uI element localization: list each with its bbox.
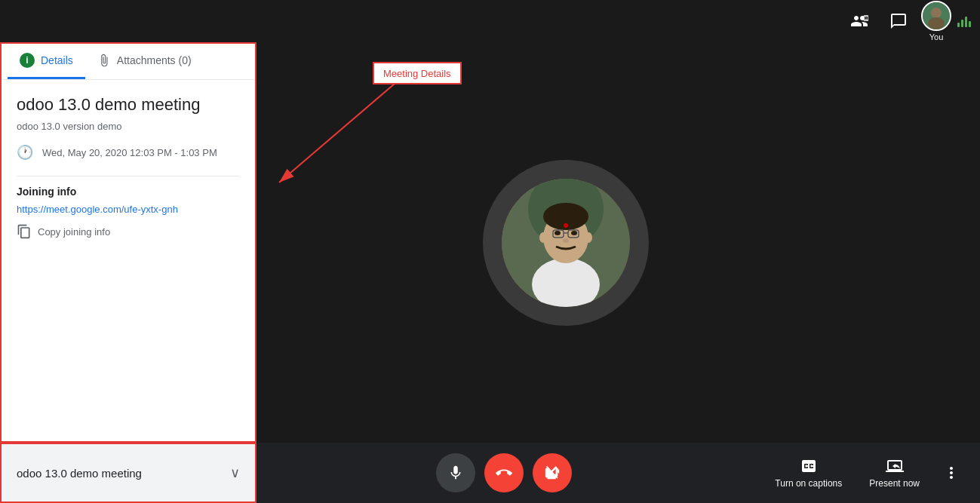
captions-icon <box>800 457 818 475</box>
joining-info-title: Joining info <box>17 186 240 198</box>
info-icon: i <box>20 53 35 68</box>
camera-button[interactable] <box>533 453 572 492</box>
more-vert-icon <box>942 464 960 482</box>
meeting-title-bar[interactable]: odoo 13.0 demo meeting ∨ <box>0 443 257 503</box>
participant-avatar-image <box>502 179 630 307</box>
clock-icon: 🕐 <box>17 144 33 161</box>
present-now-label: Present now <box>869 478 920 489</box>
svg-point-17 <box>539 232 547 243</box>
tab-details[interactable]: i Details <box>8 44 85 79</box>
divider-1 <box>17 176 240 176</box>
annotation-label-box: Meeting Details <box>373 62 462 84</box>
user-avatar-container[interactable]: You <box>921 1 951 41</box>
svg-point-3 <box>931 8 942 18</box>
svg-point-18 <box>585 232 592 243</box>
panel-tabs: i Details Attachments (0) <box>2 44 255 80</box>
meeting-controls <box>257 453 751 492</box>
meeting-subtitle-text: odoo 13.0 version demo <box>17 121 240 132</box>
meeting-details-panel: i Details Attachments (0) odoo 13.0 demo… <box>0 42 257 443</box>
present-icon <box>886 457 904 475</box>
captions-button[interactable]: Turn on captions <box>763 451 854 495</box>
meeting-name-heading: odoo 13.0 demo meeting <box>17 95 240 115</box>
svg-point-11 <box>571 231 577 235</box>
participant-video <box>483 160 649 326</box>
camera-off-icon <box>544 465 561 481</box>
mic-icon <box>447 465 464 481</box>
chevron-down-icon: ∨ <box>230 465 240 481</box>
you-label: You <box>929 32 944 41</box>
svg-text:1: 1 <box>865 16 868 20</box>
copy-joining-info-button[interactable]: Copy joining info <box>17 224 240 239</box>
attachment-icon <box>97 54 111 67</box>
bottom-bar: odoo 13.0 demo meeting ∨ Turn on caption… <box>0 443 980 503</box>
meeting-time-row: 🕐 Wed, May 20, 2020 12:03 PM - 1:03 PM <box>17 144 240 161</box>
mic-button[interactable] <box>436 453 475 492</box>
participant-background <box>483 160 649 326</box>
tab-attachments-label: Attachments (0) <box>117 54 192 66</box>
tab-details-label: Details <box>41 54 73 66</box>
meeting-time-text: Wed, May 20, 2020 12:03 PM - 1:03 PM <box>42 147 217 158</box>
svg-point-16 <box>564 223 568 228</box>
copy-icon <box>17 224 32 239</box>
top-bar: 1 You <box>834 0 980 42</box>
tab-attachments[interactable]: Attachments (0) <box>85 44 204 79</box>
chat-button[interactable] <box>882 5 915 38</box>
people-button[interactable]: 1 <box>843 5 876 38</box>
annotation-text: Meeting Details <box>383 68 451 79</box>
panel-content: odoo 13.0 demo meeting odoo 13.0 version… <box>2 80 255 441</box>
captions-label: Turn on captions <box>775 478 842 489</box>
more-options-button[interactable] <box>935 456 968 489</box>
meeting-link-text: https://meet.google.com/ufe-yxtx-gnh <box>17 204 240 215</box>
end-call-button[interactable] <box>484 453 524 492</box>
right-controls: Turn on captions Present now <box>751 451 980 495</box>
avatar <box>921 1 951 31</box>
meeting-title-text: odoo 13.0 demo meeting <box>17 467 224 480</box>
end-call-icon <box>496 465 512 481</box>
audio-indicator <box>957 15 971 27</box>
present-now-button[interactable]: Present now <box>857 451 932 495</box>
copy-label: Copy joining info <box>38 226 110 238</box>
svg-point-15 <box>563 238 569 243</box>
svg-point-4 <box>928 17 945 29</box>
svg-point-10 <box>555 231 561 235</box>
